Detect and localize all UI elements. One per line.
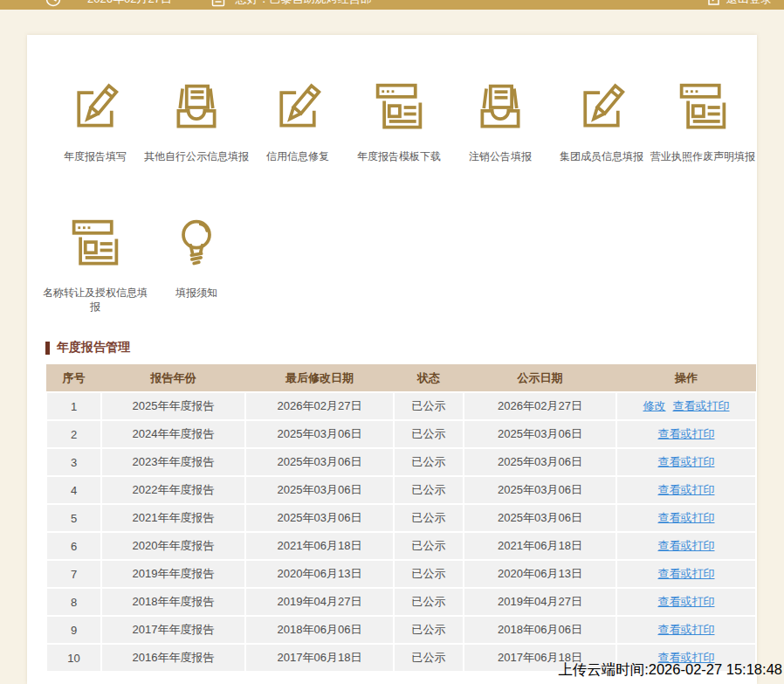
cell-year: 2018年年度报告 bbox=[101, 588, 245, 616]
cell-published: 2020年06月13日 bbox=[464, 560, 616, 588]
view-print-link[interactable]: 查看或打印 bbox=[658, 427, 715, 440]
cell-no: 3 bbox=[46, 448, 101, 476]
shortcut-group-member-info-fill[interactable]: 集团成员信息填报 bbox=[551, 81, 652, 163]
table-header-row: 序号报告年份最后修改日期状态公示日期操作 bbox=[46, 364, 756, 392]
bulb-icon bbox=[169, 218, 224, 270]
upload-timestamp: 上传云端时间:2026-02-27 15:18:48 bbox=[558, 660, 782, 680]
cell-year: 2017年年度报告 bbox=[101, 616, 245, 644]
cell-status: 已公示 bbox=[394, 504, 464, 532]
shortcut-label: 营业执照作废声明填报 bbox=[649, 149, 757, 163]
column-header: 最后修改日期 bbox=[245, 364, 394, 392]
report-row: 62020年年度报告2021年06月18日已公示2021年06月18日查看或打印 bbox=[46, 532, 756, 560]
cell-published: 2025年03月06日 bbox=[464, 448, 616, 476]
logout-button[interactable]: 退出登录 bbox=[707, 0, 772, 10]
topbar: 2026年02月27日 您好：巴黎自助烧烤经营部 退出登录 bbox=[0, 0, 784, 10]
tray-icon bbox=[169, 81, 224, 134]
cell-modified: 2018年06月06日 bbox=[245, 616, 394, 644]
view-print-link[interactable]: 查看或打印 bbox=[658, 511, 715, 524]
shortcut-annual-report-fill[interactable]: 年度报告填写 bbox=[45, 81, 146, 163]
cell-status: 已公示 bbox=[394, 420, 464, 448]
cell-modified: 2017年06月18日 bbox=[245, 644, 394, 672]
shortcut-cancellation-notice-fill[interactable]: 注销公告填报 bbox=[450, 81, 551, 163]
cell-status: 已公示 bbox=[394, 616, 464, 644]
report-row: 32023年年度报告2025年03月06日已公示2025年03月06日查看或打印 bbox=[46, 448, 756, 476]
cell-modified: 2025年03月06日 bbox=[245, 504, 394, 532]
view-print-link[interactable]: 查看或打印 bbox=[658, 455, 715, 468]
view-print-link[interactable]: 查看或打印 bbox=[658, 567, 715, 580]
browser-icon bbox=[372, 81, 426, 134]
edit-icon bbox=[68, 81, 122, 134]
cell-actions: 查看或打印 bbox=[616, 448, 756, 476]
cell-status: 已公示 bbox=[394, 476, 464, 504]
shortcut-label: 填报须知 bbox=[142, 286, 251, 300]
view-print-link[interactable]: 查看或打印 bbox=[658, 539, 715, 552]
cell-status: 已公示 bbox=[394, 588, 464, 616]
edit-icon bbox=[574, 81, 629, 134]
report-row: 22024年年度报告2025年03月06日已公示2025年03月06日查看或打印 bbox=[46, 420, 756, 448]
cell-modified: 2020年06月13日 bbox=[245, 560, 394, 588]
cell-no: 4 bbox=[46, 476, 101, 504]
shortcut-filing-instructions[interactable]: 填报须知 bbox=[146, 218, 247, 314]
cell-published: 2021年06月18日 bbox=[464, 532, 616, 560]
shortcut-label: 注销公告填报 bbox=[446, 149, 554, 163]
view-print-link[interactable]: 查看或打印 bbox=[658, 595, 715, 608]
shortcut-other-publicity-info-fill[interactable]: 其他自行公示信息填报 bbox=[146, 81, 247, 163]
column-header: 操作 bbox=[616, 364, 756, 392]
cell-status: 已公示 bbox=[394, 448, 464, 476]
cell-modified: 2025年03月06日 bbox=[245, 448, 394, 476]
view-print-link[interactable]: 查看或打印 bbox=[658, 483, 715, 496]
cell-modified: 2025年03月06日 bbox=[245, 476, 394, 504]
cell-status: 已公示 bbox=[394, 644, 464, 672]
shortcut-annual-report-template-download[interactable]: 年度报告模板下载 bbox=[348, 81, 450, 163]
cell-no: 5 bbox=[46, 504, 101, 532]
cell-year: 2022年年度报告 bbox=[101, 476, 245, 504]
section-marker bbox=[45, 342, 50, 355]
column-header: 公示日期 bbox=[464, 364, 616, 392]
cell-modified: 2021年06月18日 bbox=[245, 532, 394, 560]
cell-no: 10 bbox=[46, 644, 101, 672]
edit-icon bbox=[271, 81, 325, 134]
cell-actions: 查看或打印 bbox=[616, 616, 756, 644]
shortcut-row: 名称转让及授权信息填报 填报须知 bbox=[27, 218, 757, 314]
cell-status: 已公示 bbox=[394, 392, 464, 420]
shortcut-license-void-declaration-fill[interactable]: 营业执照作废声明填报 bbox=[652, 81, 753, 163]
user-greeting: 您好：巴黎自助烧烤经营部 bbox=[236, 0, 372, 7]
shortcut-label: 年度报告模板下载 bbox=[345, 149, 453, 163]
cell-actions: 查看或打印 bbox=[616, 420, 756, 448]
report-row: 12025年年度报告2026年02月27日已公示2026年02月27日修改查看或… bbox=[46, 392, 756, 420]
cell-modified: 2025年03月06日 bbox=[245, 420, 394, 448]
cell-year: 2025年年度报告 bbox=[101, 392, 245, 420]
column-header: 报告年份 bbox=[101, 364, 245, 392]
shortcut-label: 其他自行公示信息填报 bbox=[142, 149, 251, 163]
cell-status: 已公示 bbox=[394, 560, 464, 588]
shortcut-label: 年度报告填写 bbox=[41, 149, 149, 163]
section-title: 年度报告管理 bbox=[57, 340, 130, 356]
cell-actions: 查看或打印 bbox=[616, 504, 756, 532]
shortcut-row: 年度报告填写 其他自行公示信息填报 信用信息修复 年度报告模板下载 bbox=[27, 81, 757, 163]
cell-published: 2018年06月06日 bbox=[464, 616, 616, 644]
shortcut-credit-info-repair[interactable]: 信用信息修复 bbox=[247, 81, 348, 163]
modify-link[interactable]: 修改 bbox=[643, 399, 666, 412]
report-row: 52021年年度报告2025年03月06日已公示2025年03月06日查看或打印 bbox=[46, 504, 756, 532]
shortcut-label: 信用信息修复 bbox=[244, 149, 352, 163]
shortcut-name-transfer-authorization-fill[interactable]: 名称转让及授权信息填报 bbox=[45, 218, 146, 314]
cell-modified: 2019年04月27日 bbox=[245, 588, 394, 616]
report-row: 72019年年度报告2020年06月13日已公示2020年06月13日查看或打印 bbox=[46, 560, 756, 588]
cell-published: 2026年02月27日 bbox=[464, 392, 616, 420]
annual-report-table: 序号报告年份最后修改日期状态公示日期操作 12025年年度报告2026年02月2… bbox=[45, 364, 757, 673]
view-print-link[interactable]: 查看或打印 bbox=[658, 623, 715, 636]
section-header: 年度报告管理 bbox=[45, 340, 757, 356]
cell-no: 2 bbox=[46, 420, 101, 448]
view-print-link[interactable]: 查看或打印 bbox=[673, 399, 730, 412]
cell-published: 2025年03月06日 bbox=[464, 420, 616, 448]
cell-no: 6 bbox=[46, 532, 101, 560]
cell-year: 2020年年度报告 bbox=[101, 532, 245, 560]
cell-published: 2019年04月27日 bbox=[464, 588, 616, 616]
cell-published: 2025年03月06日 bbox=[464, 476, 616, 504]
column-header: 序号 bbox=[46, 364, 101, 392]
clock-icon bbox=[45, 0, 61, 7]
browser-icon bbox=[676, 81, 730, 134]
current-date: 2026年02月27日 bbox=[87, 0, 172, 7]
cell-no: 7 bbox=[46, 560, 101, 588]
logout-label: 退出登录 bbox=[726, 0, 772, 7]
